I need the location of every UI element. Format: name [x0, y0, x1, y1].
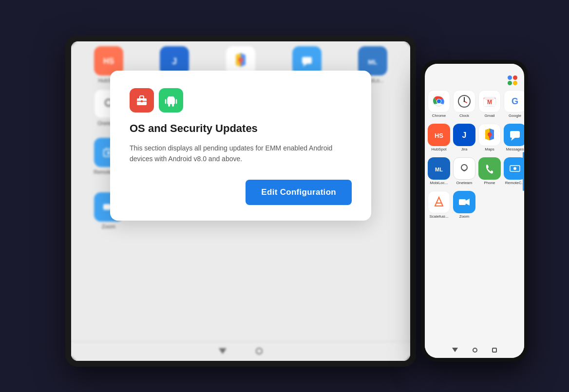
app-label: Phone — [484, 181, 495, 185]
svg-text:M: M — [487, 99, 492, 106]
app-label: MobiLoc... — [430, 181, 448, 185]
list-item: G Google — [504, 90, 524, 118]
phone-icon — [478, 157, 501, 180]
phone-app-grid-row4: Scalefusi... Zoom — [425, 188, 524, 222]
phone-scrollbar — [523, 152, 524, 191]
list-item: Maps — [478, 124, 501, 151]
phone-screen: Chrome Clock — [425, 64, 524, 358]
phone-device: Chrome Clock — [421, 60, 528, 362]
chrome-icon — [428, 90, 450, 112]
back-icon[interactable] — [452, 348, 458, 352]
phone-app-grid-row2: HS HubSpot J Jira — [425, 121, 524, 154]
modal-footer: Edit Configuration — [130, 180, 352, 205]
list-item: J Jira — [453, 124, 475, 151]
svg-point-64 — [488, 132, 492, 136]
home-icon[interactable] — [473, 348, 477, 353]
app-label: Clock — [459, 113, 469, 118]
remotecast-icon — [504, 157, 524, 180]
modal-card: OS and Security Updates This section dis… — [110, 71, 371, 221]
clock-icon — [453, 90, 475, 112]
app-label: Zoom — [459, 214, 469, 219]
tablet-device: HS HubSpot J Jira — [65, 36, 416, 367]
app-label: Chrome — [432, 113, 446, 118]
maps-icon — [478, 124, 501, 146]
tablet-screen: HS HubSpot J Jira — [71, 41, 410, 361]
svg-text:ML: ML — [435, 167, 443, 172]
svg-rect-73 — [482, 161, 497, 176]
list-item: Oneteam — [453, 157, 475, 185]
google-icon: G — [504, 90, 524, 112]
app-label: Scalefusi... — [429, 214, 448, 219]
list-item: M Gmail — [478, 90, 501, 118]
app-label: Jira — [461, 147, 468, 151]
phone-status-bar — [425, 64, 524, 74]
app-label: Gmail — [485, 113, 495, 118]
phone-nav-bar — [425, 342, 524, 358]
modal-title: OS and Security Updates — [130, 122, 352, 135]
jira-icon: J — [453, 124, 475, 146]
list-item: Zoom — [453, 191, 475, 219]
app-label: Maps — [485, 147, 494, 151]
list-item: ML MobiLoc... — [428, 157, 450, 185]
phone-app-grid-row3: ML MobiLoc... Oneteam Phone — [425, 154, 524, 188]
messages-icon — [504, 124, 524, 146]
list-item: RemoteC... — [504, 157, 524, 185]
oneteam-icon — [453, 157, 475, 180]
android-icon — [159, 88, 183, 112]
scalefusion-icon — [428, 191, 450, 213]
gmail-icon: M — [478, 90, 501, 112]
phone-app-grid-row1: Chrome Clock — [425, 87, 524, 121]
recents-icon[interactable] — [492, 348, 497, 353]
assistant-icon — [508, 75, 518, 85]
scene: HS HubSpot J Jira — [41, 21, 528, 372]
list-item: Clock — [453, 90, 475, 118]
modal-description: This section displays all pending update… — [130, 143, 352, 165]
app-label: Messages — [506, 147, 524, 151]
svg-rect-67 — [510, 131, 520, 138]
app-label: Oneteam — [456, 181, 473, 185]
svg-point-76 — [513, 167, 516, 170]
svg-text:J: J — [462, 131, 467, 139]
hubspot-icon: HS — [428, 124, 450, 146]
svg-point-50 — [464, 100, 465, 102]
edit-configuration-button[interactable]: Edit Configuration — [246, 180, 352, 205]
svg-point-45 — [437, 99, 441, 103]
list-item: Chrome — [428, 90, 450, 118]
modal-icons — [130, 88, 352, 112]
svg-text:G: G — [512, 96, 518, 106]
app-label: RemoteC... — [505, 181, 524, 185]
svg-rect-71 — [456, 161, 472, 176]
list-item: Phone — [478, 157, 501, 185]
mobilock-icon: ML — [428, 157, 450, 180]
svg-rect-81 — [459, 199, 466, 205]
phone-top-bar — [425, 74, 524, 87]
list-item: HS HubSpot — [428, 124, 450, 151]
zoom-icon — [453, 191, 475, 213]
app-label: HubSpot — [431, 147, 446, 151]
briefcase-icon — [130, 88, 154, 112]
svg-text:HS: HS — [435, 132, 443, 139]
app-label: Google — [509, 113, 521, 118]
list-item: Messages — [504, 124, 524, 151]
list-item: Scalefusi... — [428, 191, 450, 219]
svg-rect-37 — [141, 100, 143, 102]
